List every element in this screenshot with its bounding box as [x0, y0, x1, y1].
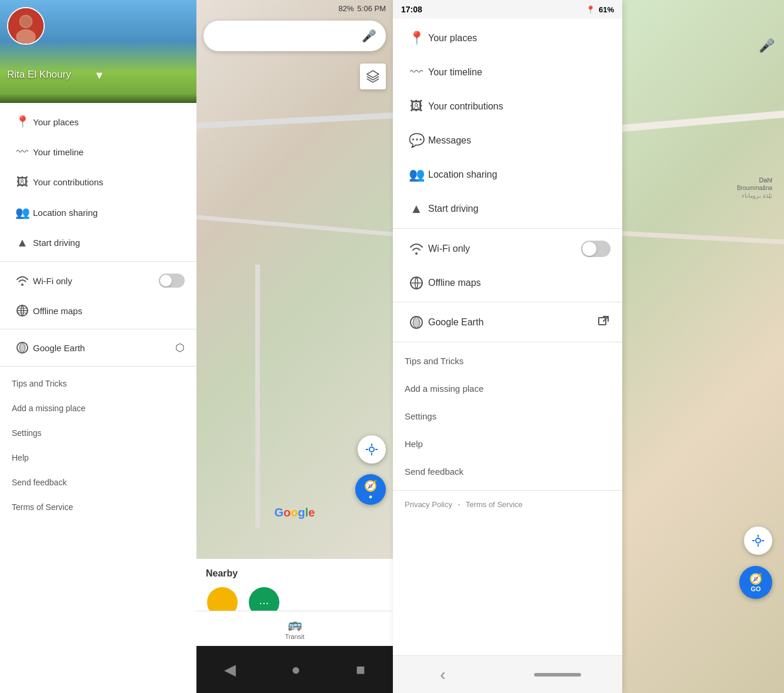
help-link[interactable]: Help — [0, 445, 196, 470]
right-menu-item-wifi-only[interactable]: Wi-Fi only — [393, 231, 622, 266]
profile-header-overlay — [0, 94, 196, 103]
g-logo-o1: o — [283, 506, 291, 519]
offline-maps-icon — [12, 304, 33, 317]
send-feedback-link[interactable]: Send feedback — [0, 470, 196, 495]
right-start-driving-icon: ▲ — [405, 201, 428, 216]
terms-of-service-footer-link[interactable]: Terms of Service — [466, 500, 523, 509]
right-settings-link[interactable]: Settings — [393, 402, 622, 430]
right-menu-item-location-sharing[interactable]: 👥 Location sharing — [393, 158, 622, 192]
menu-item-your-places[interactable]: 📍 Your places — [0, 106, 196, 137]
right-map-road-1 — [622, 109, 784, 132]
profile-name[interactable]: Rita El Khoury — [7, 69, 71, 81]
menu-item-google-earth[interactable]: Google Earth ⬡ — [0, 333, 196, 362]
right-mic-button[interactable]: 🎤 — [759, 38, 775, 54]
avatar-image — [8, 8, 44, 44]
menu-item-your-contributions[interactable]: 🖼 Your contributions — [0, 167, 196, 197]
right-status-bar: 17:08 📍 61% — [393, 0, 622, 19]
right-menu-item-start-driving[interactable]: ▲ Start driving — [393, 192, 622, 226]
right-menu-list: 📍 Your places 〰 Your timeline 🖼 Your con… — [393, 19, 622, 655]
right-status-icons: 📍 61% — [586, 5, 614, 14]
settings-link[interactable]: Settings — [0, 421, 196, 445]
location-sharing-label: Location sharing — [33, 208, 185, 218]
right-send-feedback-link[interactable]: Send feedback — [393, 458, 622, 485]
menu-item-start-driving[interactable]: ▲ Start driving — [0, 228, 196, 258]
right-menu-item-your-places[interactable]: 📍 Your places — [393, 21, 622, 55]
menu-section-connectivity: Wi-Fi only Offline maps — [0, 262, 196, 329]
right-menu-item-your-timeline[interactable]: 〰 Your timeline — [393, 55, 622, 89]
status-battery: 82% 5:06 PM — [339, 4, 386, 13]
menu-item-your-timeline[interactable]: 〰 Your timeline — [0, 137, 196, 167]
go-button[interactable]: 🧭 ● — [355, 474, 386, 505]
menu-item-offline-maps[interactable]: Offline maps — [0, 296, 196, 325]
right-menu-panel: 17:08 📍 61% 📍 Your places 〰 Your timelin… — [393, 0, 622, 693]
right-menu-item-messages[interactable]: 💬 Messages — [393, 124, 622, 158]
add-missing-place-link[interactable]: Add a missing place — [0, 396, 196, 421]
wifi-only-label: Wi-Fi only — [33, 276, 159, 286]
right-wifi-only-label: Wi-Fi only — [428, 244, 581, 254]
right-back-button[interactable]: ‹ — [434, 659, 451, 690]
right-menu-item-google-earth[interactable]: Google Earth — [393, 305, 622, 339]
transit-icon: 🚌 — [288, 617, 302, 631]
menu-item-wifi-only[interactable]: Wi-Fi only — [0, 265, 196, 296]
right-map-label-broummaana: Broummaâna — [737, 185, 772, 191]
svg-point-3 — [21, 16, 32, 27]
google-logo: Google — [275, 506, 315, 519]
g-logo-e: e — [308, 506, 315, 519]
your-contributions-label: Your contributions — [33, 177, 185, 187]
wifi-toggle[interactable] — [159, 274, 185, 288]
right-messages-icon: 💬 — [405, 133, 428, 148]
right-offline-maps-label: Offline maps — [428, 278, 610, 288]
right-battery: 61% — [599, 5, 614, 14]
right-tips-tricks-link[interactable]: Tips and Tricks — [393, 347, 622, 375]
right-add-missing-place-link[interactable]: Add a missing place — [393, 375, 622, 402]
right-messages-label: Messages — [428, 135, 610, 146]
search-bar[interactable]: 🎤 — [203, 21, 386, 51]
right-location-sharing-icon: 👥 — [405, 167, 428, 182]
your-places-label: Your places — [33, 117, 185, 127]
recents-button[interactable]: ■ — [349, 654, 372, 686]
bottom-navigation-bar: ◀ ● ■ — [196, 646, 393, 693]
middle-status-bar: 82% 5:06 PM — [196, 0, 393, 16]
g-logo-o2: o — [291, 506, 298, 519]
right-bottom-links-section: Tips and Tricks Add a missing place Sett… — [393, 342, 622, 490]
right-menu-item-your-contributions[interactable]: 🖼 Your contributions — [393, 89, 622, 124]
profile-header: Rita El Khoury ▼ — [0, 0, 196, 103]
tab-item-transit[interactable]: 🚌 Transit — [278, 615, 311, 642]
go-label: ● — [369, 493, 373, 500]
svg-point-10 — [369, 447, 374, 452]
right-menu-item-offline-maps[interactable]: Offline maps — [393, 266, 622, 299]
profile-dropdown-icon[interactable]: ▼ — [94, 69, 105, 82]
right-location-button[interactable] — [744, 527, 772, 555]
map-background — [196, 0, 393, 646]
right-google-earth-icon — [405, 315, 428, 329]
middle-map-area: 82% 5:06 PM 🎤 🧭 ● Google 📶 — [196, 0, 393, 693]
mic-icon[interactable]: 🎤 — [362, 29, 376, 43]
svg-point-2 — [16, 29, 36, 45]
right-wifi-toggle[interactable] — [581, 241, 610, 257]
right-menu-section-connectivity: Wi-Fi only Offline maps — [393, 229, 622, 302]
back-button[interactable]: ◀ — [217, 654, 243, 686]
layers-button[interactable] — [360, 64, 386, 89]
transit-label: Transit — [285, 633, 304, 640]
right-help-link[interactable]: Help — [393, 430, 622, 458]
privacy-policy-link[interactable]: Privacy Policy — [405, 500, 452, 509]
privacy-footer: Privacy Policy • Terms of Service — [393, 490, 622, 518]
right-status-time: 17:08 — [401, 5, 422, 14]
location-button[interactable] — [358, 435, 386, 464]
home-button[interactable]: ● — [284, 654, 308, 686]
right-go-nav-icon: 🧭 — [749, 572, 762, 585]
nearby-title: Nearby — [206, 568, 383, 579]
avatar[interactable] — [7, 7, 45, 45]
left-menu-list: 📍 Your places 〰 Your timeline 🖼 Your con… — [0, 103, 196, 693]
footer-dot: • — [458, 502, 460, 507]
tips-tricks-link[interactable]: Tips and Tricks — [0, 371, 196, 396]
right-map-area: 🎤 Dahl Broummaâna بَلِدَة بروماناء 🧭 GO — [622, 0, 784, 693]
offline-maps-label: Offline maps — [33, 306, 185, 316]
menu-item-location-sharing[interactable]: 👥 Location sharing — [0, 197, 196, 228]
right-contributions-icon: 🖼 — [405, 99, 428, 114]
right-your-timeline-label: Your timeline — [428, 67, 610, 78]
right-map-road-2 — [622, 231, 784, 245]
right-go-button[interactable]: 🧭 GO — [739, 566, 772, 599]
terms-of-service-link[interactable]: Terms of Service — [0, 495, 196, 519]
bottom-tab-bar: 🚌 Transit — [196, 611, 393, 646]
